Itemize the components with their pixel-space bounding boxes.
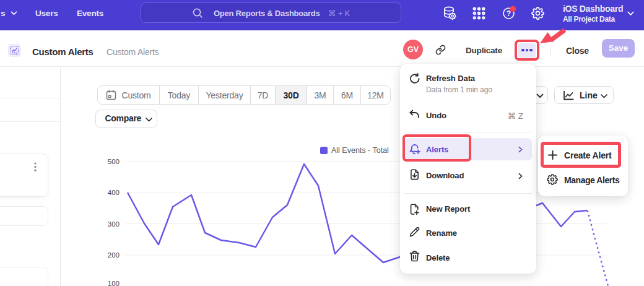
svg-text:300: 300 xyxy=(108,220,120,228)
svg-text:100: 100 xyxy=(108,280,120,286)
svg-text:400: 400 xyxy=(108,189,120,196)
svg-text:500: 500 xyxy=(108,158,120,165)
svg-text:200: 200 xyxy=(108,251,120,259)
